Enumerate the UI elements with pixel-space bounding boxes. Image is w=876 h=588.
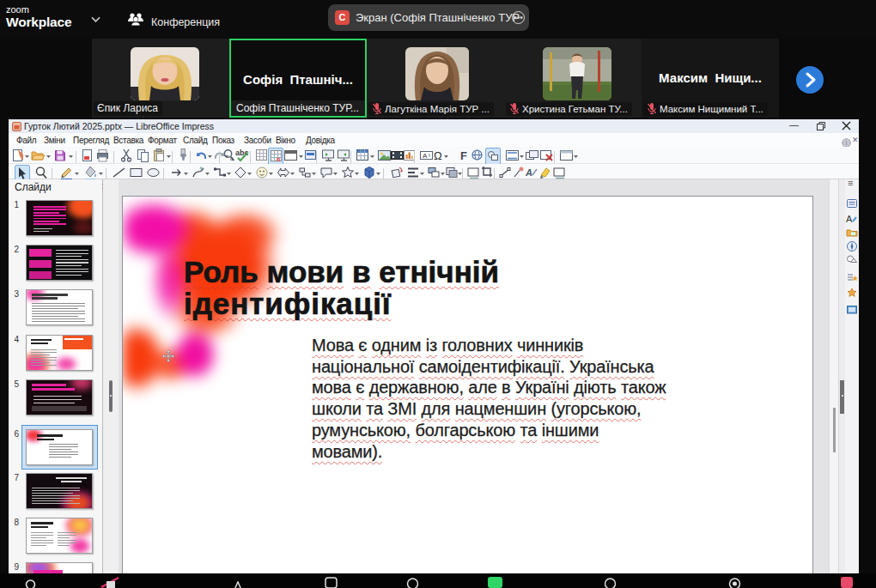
svg-text:n: n [277,156,280,162]
svg-text:A: A [846,214,853,224]
svg-text:F: F [460,149,467,162]
svg-text:A: A [525,167,532,178]
svg-text:Ω: Ω [434,149,442,162]
svg-text:A: A [423,152,428,160]
svg-text:d: d [230,156,233,161]
